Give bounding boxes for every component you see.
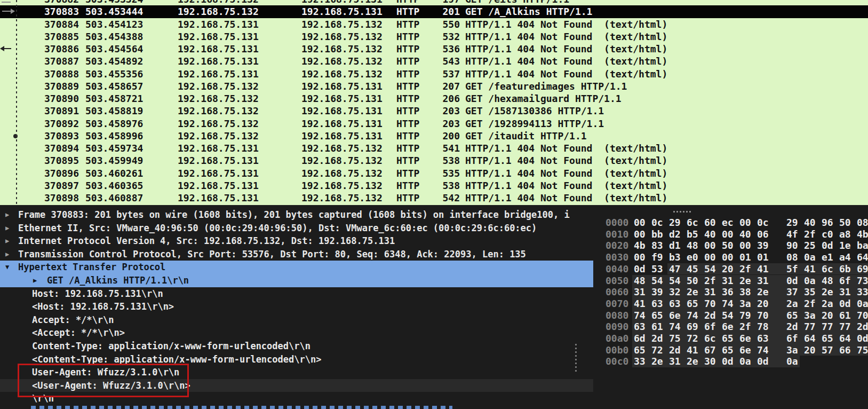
detail-row[interactable]: Host: 192.168.75.131\r\n <box>0 287 593 301</box>
arrow-head <box>0 46 4 51</box>
hex-row[interactable]: 001000bbd2b5400040064f2fc0a84b <box>593 229 868 240</box>
packet-row[interactable]: 370895503.459949192.168.75.131192.168.75… <box>0 154 868 167</box>
hex-row[interactable]: 003000f9b3e000000101080ae1a464 <box>593 251 868 263</box>
details-bytes-splitter-icon[interactable] <box>575 344 577 372</box>
expand-expander-icon[interactable]: ▶ <box>5 234 9 248</box>
packet-bytes-pane[interactable]: 0000000c296c60ec000c2940965008001000bbd2… <box>593 205 868 409</box>
collapse-expander-icon[interactable]: ▼ <box>5 261 9 274</box>
packet-protocol: HTTP <box>396 154 419 167</box>
hex-offset: 00b0 <box>606 344 628 356</box>
hex-row[interactable]: 0000000c296c60ec000c2940965008 <box>593 217 868 229</box>
hex-byte: 5f <box>786 263 798 275</box>
hex-byte: 72 <box>687 333 698 344</box>
packet-row[interactable]: 370891503.458819192.168.75.132192.168.75… <box>0 105 868 117</box>
packet-row[interactable]: 370888503.455356192.168.75.131192.168.75… <box>0 68 868 80</box>
hex-row[interactable]: 00c0332e312e300d0a0d0a <box>593 356 868 367</box>
hex-row[interactable]: 00204b83d1480050003990250d1eba <box>593 240 868 251</box>
hex-row[interactable]: 00400d53474554202f415f416c6b69 <box>593 263 868 275</box>
hex-row[interactable]: 0050485454502f312e310d0a486f73 <box>593 275 868 287</box>
hex-byte: 0d <box>786 275 798 287</box>
packet-time: 503.460887 <box>85 192 143 204</box>
detail-row[interactable]: Content-Type: application/x-www-form-url… <box>0 340 593 353</box>
hex-row[interactable]: 00b065722d4167656e743a20576675 <box>593 344 868 356</box>
packet-length: 197 <box>439 0 460 5</box>
packet-row[interactable]: 370887503.454892192.168.75.131192.168.75… <box>0 55 868 67</box>
hex-byte: 39 <box>757 240 769 251</box>
hex-row[interactable]: 0090636174696f6e2f782d7777772d <box>593 321 868 333</box>
packet-row[interactable]: 370894503.459734192.168.75.131192.168.75… <box>0 142 868 154</box>
expand-expander-icon[interactable]: ▶ <box>5 248 9 261</box>
expand-expander-icon[interactable]: ▶ <box>5 208 9 222</box>
hex-byte: 2d <box>857 321 868 333</box>
detail-row[interactable]: User-Agent: Wfuzz/3.1.0\r\n <box>0 366 593 379</box>
packet-length: 536 <box>439 43 460 55</box>
packet-details-pane[interactable]: ▶Frame 370883: 201 bytes on wire (1608 b… <box>0 205 593 409</box>
detail-row[interactable]: \r\n <box>0 392 593 405</box>
expand-expander-icon[interactable]: ▶ <box>5 222 9 235</box>
detail-row[interactable]: ▶Ethernet II, Src: VMware_40:96:50 (00:0… <box>0 222 593 235</box>
packet-destination: 192.168.75.131 <box>301 0 383 5</box>
packet-row[interactable]: 370896503.460261192.168.75.131192.168.75… <box>0 167 868 179</box>
detail-row[interactable]: <Host: 192.168.75.131\r\n> <box>0 300 593 313</box>
hex-byte: 08 <box>786 251 798 263</box>
packet-row[interactable]: 370886503.454564192.168.75.131192.168.75… <box>0 43 868 55</box>
hex-row[interactable]: 008074656e742d547970653a206170 <box>593 310 868 321</box>
pane-splitter-handle-icon[interactable] <box>673 211 691 213</box>
packet-list-pane[interactable]: 370882503.453324192.168.75.132192.168.75… <box>0 0 868 205</box>
hex-byte: 69 <box>687 321 698 333</box>
packet-row[interactable]: 370882503.453324192.168.75.132192.168.75… <box>0 0 868 5</box>
packet-time: 503.454123 <box>85 18 143 30</box>
hex-byte: 3a <box>804 310 816 321</box>
detail-row[interactable]: ▶Frame 370883: 201 bytes on wire (1608 b… <box>0 208 593 222</box>
hex-byte: c0 <box>822 229 833 240</box>
hex-offset: 0090 <box>606 321 628 333</box>
hex-offset: 0040 <box>606 263 628 275</box>
hex-byte: 70 <box>857 310 868 321</box>
detail-row[interactable]: Accept: */*\r\n <box>0 313 593 327</box>
hex-byte: 0d <box>857 333 868 344</box>
packet-source: 192.168.75.131 <box>178 43 259 55</box>
hex-byte: 0d <box>839 298 851 310</box>
hex-byte: 0d <box>722 356 734 367</box>
packet-info: GET /featuredimages HTTP/1.1 <box>465 80 627 92</box>
packet-protocol: HTTP <box>396 5 419 18</box>
packet-protocol: HTTP <box>396 0 419 5</box>
hex-row[interactable]: 00a06d2d75726c656e636f6465640d <box>593 333 868 344</box>
hex-offset: 0080 <box>606 310 628 321</box>
packet-row[interactable]: 370889503.458657192.168.75.132192.168.75… <box>0 80 868 92</box>
packet-time: 503.458657 <box>85 80 143 92</box>
detail-row[interactable]: ▶GET /A_Alkins HTTP/1.1\r\n <box>0 274 593 287</box>
detail-row[interactable]: ▶Transmission Control Protocol, Src Port… <box>0 248 593 261</box>
detail-row[interactable]: ▼Hypertext Transfer Protocol <box>0 261 593 274</box>
hex-byte: 74 <box>669 321 681 333</box>
packet-row[interactable]: 370884503.454123192.168.75.131192.168.75… <box>0 18 868 30</box>
detail-row[interactable]: <Content-Type: application/x-www-form-ur… <box>0 353 593 366</box>
hex-byte: 6e <box>669 310 681 321</box>
expand-expander-icon[interactable]: ▶ <box>33 274 37 287</box>
packet-destination: 192.168.75.132 <box>301 167 383 179</box>
hex-row[interactable]: 00704163636570743a202a2f2a0d0a <box>593 298 868 310</box>
hex-byte: bb <box>651 229 663 240</box>
packet-info: GET /1928994113 HTTP/1.1 <box>465 117 604 130</box>
detail-row[interactable]: <Accept: */*\r\n> <box>0 326 593 340</box>
hex-byte: 54 <box>651 275 663 287</box>
hex-byte: 60 <box>704 217 716 229</box>
packet-row[interactable]: 370890503.458721192.168.75.132192.168.75… <box>0 92 868 105</box>
packet-source: 192.168.75.131 <box>178 167 259 179</box>
packet-row[interactable]: 370893503.458996192.168.75.132192.168.75… <box>0 130 868 142</box>
packet-source: 192.168.75.131 <box>178 68 259 80</box>
packet-row[interactable]: 370885503.454388192.168.75.131192.168.75… <box>0 30 868 43</box>
detail-row[interactable]: ▶Internet Protocol Version 4, Src: 192.1… <box>0 234 593 248</box>
packet-row[interactable]: 370898503.460887192.168.75.131192.168.75… <box>0 192 868 204</box>
hex-byte: 00 <box>704 251 716 263</box>
hex-byte: 2d <box>651 333 663 344</box>
packet-row[interactable]: 370892503.458976192.168.75.132192.168.75… <box>0 117 868 130</box>
selected-packet-arrow-icon <box>0 5 19 18</box>
hex-row[interactable]: 00603139322e3136382e37352e3133 <box>593 286 868 298</box>
hex-byte: 2a <box>786 298 798 310</box>
hex-byte: 6d <box>634 333 646 344</box>
hex-byte: 70 <box>757 310 769 321</box>
packet-row[interactable]: 370897503.460365192.168.75.131192.168.75… <box>0 179 868 192</box>
packet-row[interactable]: 370883503.453444192.168.75.132192.168.75… <box>0 5 868 18</box>
detail-row[interactable]: <User-Agent: Wfuzz/3.1.0\r\n> <box>0 379 593 392</box>
